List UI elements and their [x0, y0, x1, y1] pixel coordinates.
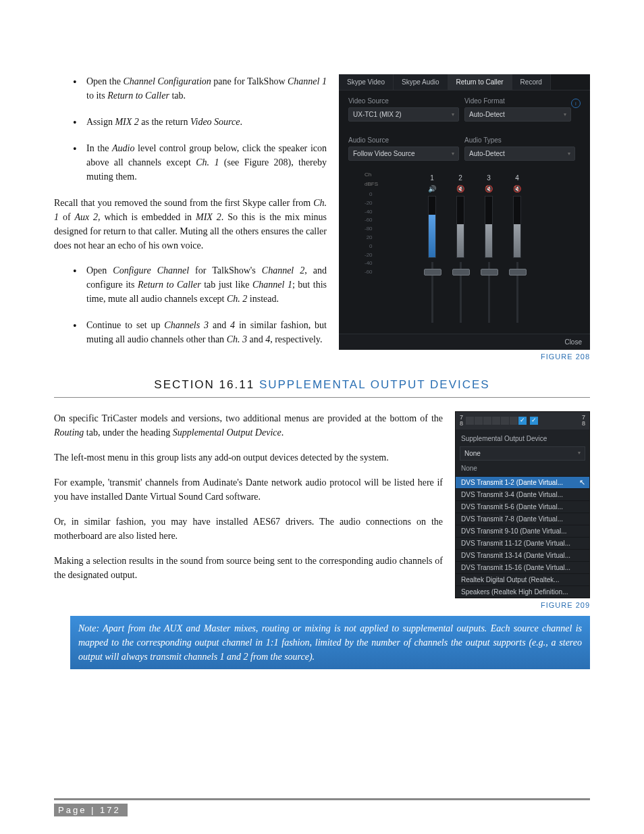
device-list-item[interactable]: DVS Transmit 1-2 (Dante Virtual...↖ [456, 476, 589, 488]
device-list-item[interactable]: DVS Transmit 13-14 (Dante Virtual... [456, 549, 589, 561]
channel-number: 4 [515, 174, 519, 182]
level-meter [428, 196, 436, 258]
device-list-item[interactable]: DVS Transmit 3-4 (Dante Virtual... [456, 488, 589, 500]
figure-209: 78 ✓ ✓ 78 Supplemental Output Device Non… [455, 411, 590, 609]
device-list-item[interactable]: DVS Transmit 9-10 (Dante Virtual... [456, 525, 589, 537]
slider-thumb[interactable] [424, 269, 441, 276]
speaker-icon[interactable]: 🔊 [428, 185, 436, 193]
level-meter [456, 196, 464, 258]
device-list-item[interactable]: DVS Transmit 5-6 (Dante Virtual... [456, 500, 589, 513]
bullet: Open the Channel Configuration pane for … [86, 74, 327, 103]
bullet: Open Configure Channel for TalkShow's Ch… [86, 263, 327, 306]
channel-number: 2 [458, 174, 462, 182]
mute-icon[interactable]: 🔇 [456, 185, 464, 193]
chevron-down-icon: ▾ [578, 450, 581, 457]
device-list-item[interactable]: Speakers (Realtek High Definition... [456, 585, 589, 598]
device-list-item[interactable]: DVS Transmit 7-8 (Dante Virtual... [456, 513, 589, 525]
audio-source-dropdown[interactable]: Follow Video Source▾ [348, 147, 459, 161]
gain-slider[interactable] [431, 262, 433, 323]
figure-208: Skype VideoSkype AudioReturn to CallerRe… [339, 74, 590, 361]
gain-slider[interactable] [488, 262, 490, 323]
audio-types-dropdown[interactable]: Auto-Detect▾ [464, 147, 575, 161]
channel-num-right: 78 [582, 415, 585, 427]
level-meter [485, 196, 493, 258]
footer-rule [54, 798, 590, 800]
video-format-label: Video Format [464, 97, 581, 105]
paragraph: Or, in similar fashion, you may have ins… [54, 515, 443, 543]
section-heading: SECTION 16.11 SUPPLEMENTAL OUTPUT DEVICE… [54, 378, 590, 392]
slider-thumb[interactable] [452, 269, 470, 276]
paragraph-recall: Recall that you removed the sound from t… [54, 196, 327, 253]
chevron-down-icon: ▾ [452, 111, 454, 118]
audio-types-label: Audio Types [464, 136, 581, 144]
gain-slider[interactable] [516, 262, 518, 323]
bullet: Continue to set up Channels 3 and 4 in s… [86, 318, 327, 346]
chevron-down-icon: ▾ [452, 151, 454, 157]
bullet-list-2: Open Configure Channel for TalkShow's Ch… [54, 263, 327, 346]
horizontal-rule [54, 397, 590, 398]
gain-slider[interactable] [460, 262, 462, 323]
video-format-dropdown[interactable]: Auto-Detect▾ [464, 107, 571, 122]
info-icon[interactable]: i [571, 99, 581, 108]
page-footer: Page | 172 [54, 804, 128, 816]
panel-tab[interactable]: Skype Audio [394, 74, 448, 90]
slider-thumb[interactable] [509, 269, 527, 276]
paragraph: On specific TriCaster models and version… [54, 411, 443, 440]
panel-tab[interactable]: Record [512, 74, 551, 90]
channel-num-left: 78 [460, 415, 463, 427]
device-list-item[interactable]: DVS Transmit 11-12 (Dante Virtual... [456, 537, 589, 549]
channel-toggle[interactable]: ✓ [518, 417, 527, 425]
paragraph: The left-most menu in this group lists a… [54, 450, 443, 465]
supplemental-heading: Supplemental Output Device [456, 429, 589, 446]
chevron-down-icon: ▾ [568, 151, 570, 157]
panel-tab[interactable]: Return to Caller [448, 74, 512, 90]
paragraph: Making a selection results in the sound … [54, 554, 443, 582]
panel-tab[interactable]: Skype Video [339, 74, 394, 90]
slider-thumb[interactable] [481, 269, 498, 276]
figure-209-caption: FIGURE 209 [455, 601, 590, 609]
bullet: In the Audio level control group below, … [86, 141, 327, 184]
supplemental-dropdown[interactable]: None▾ [460, 446, 585, 461]
video-source-label: Video Source [348, 97, 464, 105]
bullet: Assign MIX 2 as the return Video Source. [86, 115, 327, 129]
close-button[interactable]: Close [339, 334, 590, 350]
note-box: Note: Apart from the AUX and Master mixe… [70, 616, 590, 669]
channel-number: 3 [487, 174, 491, 182]
none-option[interactable]: None [456, 463, 589, 476]
level-meter [513, 196, 521, 258]
device-list-item[interactable]: DVS Transmit 15-16 (Dante Virtual... [456, 561, 589, 573]
channel-number: 1 [430, 174, 434, 182]
chevron-down-icon: ▾ [564, 111, 566, 118]
video-source-dropdown[interactable]: UX-TC1 (MIX 2)▾ [348, 107, 459, 122]
paragraph: For example, 'transmit' channels from Au… [54, 475, 443, 504]
audio-source-label: Audio Source [348, 136, 464, 144]
channel-toggle[interactable]: ✓ [530, 417, 538, 425]
bullet-list-1: Open the Channel Configuration pane for … [54, 74, 327, 184]
db-scale: 0-20-40-60-80200-20-40-60 [365, 190, 373, 277]
device-list-item[interactable]: Realtek Digital Output (Realtek... [456, 573, 589, 585]
mute-icon[interactable]: 🔇 [485, 185, 493, 193]
cursor-icon: ↖ [579, 478, 585, 487]
figure-208-caption: FIGURE 208 [339, 353, 590, 361]
mute-icon[interactable]: 🔇 [513, 185, 521, 193]
